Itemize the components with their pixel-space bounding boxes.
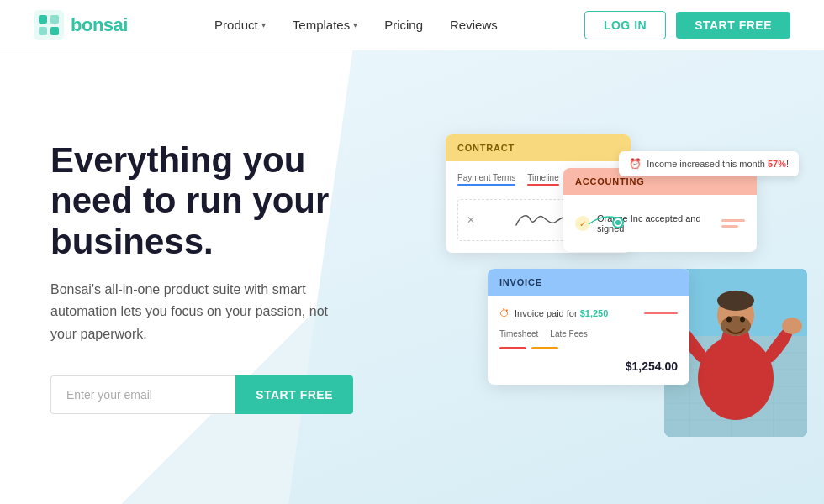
logo-link[interactable]: bonsai [34,10,128,40]
svg-point-22 [740,317,745,323]
invoice-card: INVOICE ⏱ Invoice paid for $1,250 Timesh… [488,269,689,385]
hero-title: Everything you need to run your business… [50,140,387,262]
invoice-tab-latefees[interactable]: Late Fees [550,329,587,339]
start-free-nav-button[interactable]: START FREE [676,12,790,39]
ui-cards-container: CONTRACT Payment Terms Timeline ✕ [437,118,790,437]
accounting-card: ACCOUNTING ✓ Orange Inc accepted and sig… [563,168,757,252]
brand-name: bonsai [71,14,128,36]
svg-rect-1 [39,15,47,24]
income-notification: ⏰ Income increased this month 57%! [619,151,799,176]
chevron-down-icon: ▾ [261,20,266,29]
nav-item-reviews[interactable]: Reviews [438,11,510,39]
income-notif-text: Income increased this month 57%! [647,159,789,169]
accounting-line-2 [721,225,738,228]
connecting-dot [614,218,622,227]
navbar: bonsai Product ▾ Templates ▾ Pricing Rev… [0,0,824,50]
logo-icon [34,10,64,40]
svg-rect-4 [50,27,59,35]
chevron-down-icon: ▾ [353,20,357,29]
svg-rect-3 [39,27,47,35]
nav-links: Product ▾ Templates ▾ Pricing Reviews [203,11,510,39]
hero-form: START FREE [50,375,353,414]
nav-item-templates[interactable]: Templates ▾ [281,11,369,39]
hero-subtitle: Bonsai's all-in-one product suite with s… [50,279,336,345]
email-input[interactable] [50,375,235,414]
invoice-lines [499,347,678,349]
svg-point-16 [717,291,754,311]
invoice-card-body: ⏱ Invoice paid for $1,250 Timesheet Late… [488,296,689,385]
invoice-line-red [499,347,526,349]
svg-rect-0 [34,10,64,40]
hero-content: Everything you need to run your business… [0,50,824,504]
contract-tab-payment[interactable]: Payment Terms [457,173,515,186]
accounting-line-1 [721,219,745,222]
signature-x-icon: ✕ [467,214,475,226]
invoice-line-yellow [531,347,558,349]
login-button[interactable]: LOG IN [584,11,666,39]
svg-rect-2 [50,15,59,24]
nav-item-pricing[interactable]: Pricing [372,11,435,39]
svg-point-20 [782,318,802,334]
accounting-lines [721,219,745,228]
invoice-card-header: INVOICE [488,269,689,296]
hero-right-panel: CONTRACT Payment Terms Timeline ✕ [387,50,790,504]
invoice-paid-text: Invoice paid for $1,250 [515,308,608,318]
clock-icon: ⏰ [629,158,642,170]
start-free-hero-button[interactable]: START FREE [235,375,353,414]
nav-item-product[interactable]: Product ▾ [203,11,277,39]
hero-left-panel: Everything you need to run your business… [50,140,387,414]
contract-tab-timeline[interactable]: Timeline [527,173,558,186]
contract-card-header: CONTRACT [446,134,631,161]
nav-actions: LOG IN START FREE [584,11,790,39]
invoice-tab-timesheet[interactable]: Timesheet [499,329,538,339]
invoice-line-accent [644,312,678,314]
hero-section: Everything you need to run your business… [0,50,824,504]
invoice-icon: ⏱ [499,307,510,319]
invoice-paid-row: ⏱ Invoice paid for $1,250 [499,307,678,319]
svg-point-21 [726,317,732,323]
invoice-tabs: Timesheet Late Fees [499,329,678,339]
invoice-total: $1,254.00 [499,360,678,373]
